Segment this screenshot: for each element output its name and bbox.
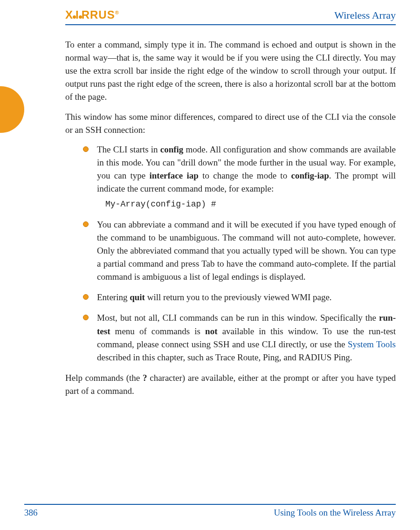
bold-term-quit: quit: [130, 292, 145, 302]
footer-section-title: Using Tools on the Wireless Array: [274, 508, 396, 518]
text: Most, but not all, CLI commands can be r…: [97, 313, 379, 323]
text: The CLI starts in: [97, 145, 160, 154]
bold-term-question-mark: ?: [143, 373, 147, 383]
bold-term-config: config: [160, 145, 184, 154]
bold-term-interface-iap: interface iap: [149, 171, 198, 180]
text: described in this chapter, such as Trace…: [97, 352, 352, 362]
paragraph-differences-lead: This window has some minor differences, …: [65, 110, 396, 137]
bold-term-config-iap: config-iap: [291, 171, 329, 180]
list-item: The CLI starts in config mode. All confi…: [83, 143, 396, 211]
paragraph-intro: To enter a command, simply type it in. T…: [65, 38, 396, 104]
list-item: Most, but not all, CLI commands can be r…: [83, 311, 396, 364]
text: You can abbreviate a command and it will…: [97, 220, 396, 282]
page-content: To enter a command, simply type it in. T…: [65, 25, 396, 398]
text: menu of commands is: [110, 326, 205, 336]
page-footer: 386 Using Tools on the Wireless Array: [24, 504, 396, 518]
bold-term-not: not: [205, 326, 217, 336]
paragraph-help: Help commands (the ? character) are avai…: [65, 372, 396, 398]
page-number: 386: [24, 508, 38, 518]
page-header: XIRRUS® Wireless Array: [65, 8, 396, 25]
text: Help commands (the: [65, 373, 143, 383]
page: XIRRUS® Wireless Array To enter a comman…: [0, 0, 420, 530]
text: to change the mode to: [199, 171, 291, 180]
list-item: You can abbreviate a command and it will…: [83, 218, 396, 284]
product-title: Wireless Array: [334, 9, 396, 21]
link-system-tools[interactable]: System Tools: [348, 339, 396, 349]
brand-logo: XIRRUS®: [65, 8, 119, 21]
differences-list: The CLI starts in config mode. All confi…: [83, 143, 396, 364]
code-sample-prompt: My-Array(config-iap) #: [105, 198, 396, 211]
side-tab-decoration: [0, 86, 24, 133]
brand-logo-text: XIRRUS®: [65, 8, 119, 21]
text: will return you to the previously viewed…: [145, 292, 332, 302]
list-item: Entering quit will return you to the pre…: [83, 291, 396, 304]
text: Entering: [97, 292, 130, 302]
